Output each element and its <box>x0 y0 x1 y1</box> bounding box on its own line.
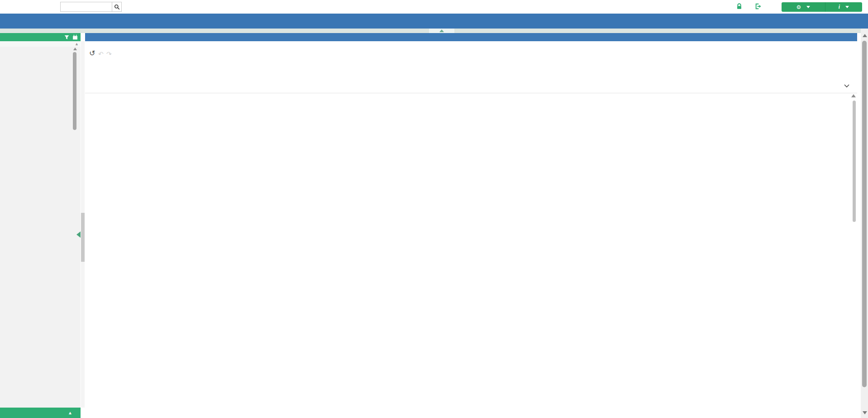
undo-icon[interactable]: ↶ <box>98 51 104 57</box>
logout-icon <box>755 3 761 10</box>
recently-viewed-bar[interactable]: ▲ <box>0 408 81 418</box>
reset-icon[interactable]: ↺ <box>89 50 95 57</box>
caret-down-icon <box>845 6 849 8</box>
info-icon: i <box>839 4 840 10</box>
blurred-appointment-list <box>0 47 81 408</box>
redo-icon[interactable]: ↷ <box>106 51 112 57</box>
panel-title-bar <box>85 33 857 41</box>
caret-down-icon <box>806 6 810 8</box>
main-nav <box>0 14 868 29</box>
search-input[interactable] <box>60 2 115 12</box>
preferences-button[interactable]: ⚙ <box>782 2 825 12</box>
appt-list-column-header: ▲ <box>0 41 81 47</box>
sort-up-icon[interactable]: ▲ <box>75 42 79 46</box>
filter-icon[interactable] <box>64 35 69 40</box>
sidebar-collapse-arrow[interactable] <box>76 231 81 238</box>
inner-scroll-up-icon[interactable] <box>851 94 856 97</box>
sidebar-splitter[interactable] <box>81 41 85 408</box>
gear-icon: ⚙ <box>796 4 801 10</box>
appt-list-header <box>0 33 81 41</box>
scroll-up-icon[interactable] <box>73 48 77 50</box>
app-screen: ⚙ i ▲ ▲ <box>0 0 868 418</box>
chevron-up-icon <box>439 29 444 32</box>
splitter-thumb[interactable] <box>81 213 85 262</box>
top-bar: ⚙ i <box>0 0 868 14</box>
scroll-up-icon[interactable] <box>863 34 867 37</box>
search-icon <box>114 4 120 10</box>
nav-collapse-handle[interactable] <box>429 29 454 33</box>
calendar-icon[interactable] <box>72 34 78 40</box>
page-scrollbar-thumb[interactable] <box>862 41 867 387</box>
logout-button[interactable] <box>755 3 763 10</box>
lock-button[interactable] <box>736 3 744 10</box>
sidebar-scroll-thumb[interactable] <box>73 52 76 130</box>
search-button[interactable] <box>112 2 122 12</box>
sidebar-scrollbar[interactable] <box>72 47 77 408</box>
support-button[interactable]: i <box>825 2 862 12</box>
lock-icon <box>736 3 742 10</box>
controls-collapse-chevron[interactable] <box>843 82 851 91</box>
expand-up-icon: ▲ <box>68 410 72 415</box>
scroll-down-icon[interactable] <box>863 411 867 414</box>
controls-divider <box>85 93 857 93</box>
inner-scrollbar-thumb[interactable] <box>853 101 856 222</box>
